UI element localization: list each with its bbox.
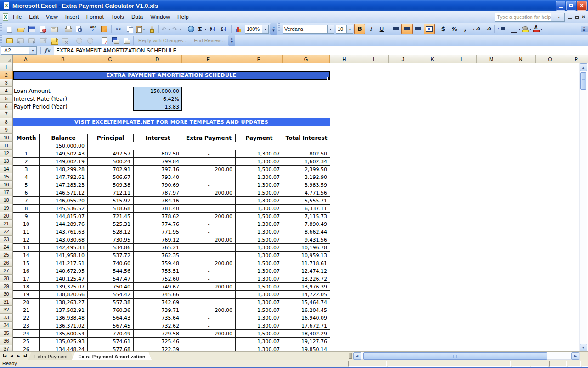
cell[interactable]: - (182, 291, 236, 299)
font-size-combo[interactable]: 10 ▼ (336, 25, 353, 34)
column-header-J[interactable]: J (389, 55, 418, 63)
column-header-H[interactable]: H (330, 55, 359, 63)
cell[interactable]: 797.16 (134, 166, 182, 173)
sheet-tab-extra-payment[interactable]: Extra Payment (28, 352, 74, 360)
cell[interactable]: 790.69 (134, 181, 182, 189)
cell[interactable]: 787.97 (134, 189, 182, 197)
cell[interactable]: 567.45 (88, 322, 134, 330)
cell[interactable]: 17 (13, 275, 40, 283)
toolbar-options-icon[interactable]: »▼ (228, 35, 235, 46)
cell[interactable]: 722.39 (134, 345, 182, 352)
autosum-button[interactable]: Σ▼ (197, 24, 208, 34)
cell[interactable]: 140,125.47 (40, 275, 88, 283)
table-header-cell[interactable]: Extra Payment (182, 134, 236, 142)
sheet-tab-extra-payment-amortization[interactable]: Extra Payment Amortization (72, 352, 152, 360)
cell[interactable]: 730.95 (88, 236, 134, 244)
scroll-down-icon[interactable]: ▼ (580, 344, 587, 351)
open-button[interactable] (15, 24, 26, 34)
dropdown-arrow-icon[interactable]: ▼ (142, 28, 146, 31)
cell[interactable]: 135,025.93 (40, 338, 88, 345)
cell[interactable]: 14 (13, 252, 40, 259)
workbook-restore-icon[interactable] (575, 16, 579, 19)
cell[interactable]: 752.60 (134, 275, 182, 283)
cell[interactable]: 8 (13, 205, 40, 213)
cell[interactable]: 7,890.49 (283, 220, 330, 228)
cell[interactable]: 150,000.00 (40, 142, 88, 150)
cell[interactable]: 19,127.76 (283, 338, 330, 345)
row-header-25[interactable]: 25 (0, 251, 13, 259)
cell[interactable]: 770.49 (88, 330, 134, 338)
row-header-18[interactable]: 18 (0, 196, 13, 204)
cell[interactable]: 2 (13, 158, 40, 166)
cell[interactable]: 135,600.54 (40, 330, 88, 338)
row-header-6[interactable]: 6 (0, 103, 13, 110)
cell[interactable]: 5,555.71 (283, 197, 330, 205)
cell[interactable]: 721.45 (88, 213, 134, 220)
print-preview-button[interactable] (74, 24, 85, 34)
cell[interactable]: 1,300.07 (236, 345, 283, 352)
row-header-13[interactable]: 13 (0, 157, 13, 165)
cell[interactable]: 1,300.07 (236, 228, 283, 236)
cell[interactable]: 1,300.07 (236, 267, 283, 275)
row-header-29[interactable]: 29 (0, 282, 13, 290)
horizontal-scrollbar[interactable]: ◀ ▶ (353, 352, 580, 360)
help-search-box[interactable]: Type a question for help ▼ (495, 13, 565, 22)
cell[interactable]: 793.40 (134, 173, 182, 181)
cell[interactable]: 802.50 (134, 150, 182, 158)
cell[interactable]: 518.68 (88, 205, 134, 213)
cell[interactable]: 497.57 (88, 150, 134, 158)
cell[interactable]: 4,771.56 (283, 189, 330, 197)
column-header-A[interactable]: A (13, 55, 39, 63)
cell[interactable]: 769.12 (134, 236, 182, 244)
column-header-C[interactable]: C (87, 55, 133, 63)
chevron-down-icon[interactable]: ▼ (327, 25, 334, 33)
cell[interactable]: - (182, 220, 236, 228)
cell[interactable]: 13,226.72 (283, 275, 330, 283)
cell[interactable]: 141,958.10 (40, 252, 88, 259)
merge-center-button[interactable] (424, 24, 435, 34)
cell[interactable]: 6 (13, 189, 40, 197)
cell[interactable]: 1,300.07 (236, 173, 283, 181)
insert-function-icon[interactable]: ƒx (45, 47, 50, 54)
row-header-28[interactable]: 28 (0, 275, 13, 282)
interest-rate-value-cell[interactable]: 6.42% (134, 95, 181, 103)
cell[interactable]: 14,722.05 (283, 291, 330, 299)
menu-format[interactable]: Format (83, 12, 107, 22)
row-header-17[interactable]: 17 (0, 189, 13, 196)
horizontal-scroll-track[interactable] (361, 352, 571, 360)
font-name-combo[interactable]: Verdana ▼ (283, 25, 334, 34)
align-center-button[interactable] (401, 24, 413, 34)
update-file-button[interactable] (99, 35, 110, 46)
cell[interactable]: - (182, 252, 236, 259)
name-box[interactable]: A2 (1, 46, 29, 55)
decrease-decimal-button[interactable]: →.0 (482, 24, 493, 34)
cell[interactable]: 9,431.56 (283, 236, 330, 244)
print-button[interactable] (62, 24, 74, 34)
row-header-21[interactable]: 21 (0, 220, 13, 228)
cell[interactable]: 1,500.07 (236, 259, 283, 267)
font-color-button[interactable]: ▼ (532, 24, 543, 34)
cell[interactable]: 1,300.07 (236, 244, 283, 252)
cell[interactable]: 1 (13, 150, 40, 158)
copy-button[interactable] (124, 24, 135, 34)
promo-banner-cell[interactable]: VISIT EXCELTEMPLATE.NET FOR MORE TEMPLAT… (13, 118, 330, 126)
scroll-up-icon[interactable]: ▲ (580, 63, 587, 71)
row-header-4[interactable]: 4 (0, 87, 13, 95)
cell[interactable]: - (182, 345, 236, 352)
align-right-button[interactable] (413, 24, 424, 34)
cell[interactable]: 8,662.44 (283, 228, 330, 236)
menu-data[interactable]: Data (128, 12, 147, 22)
column-header-B[interactable]: B (39, 55, 87, 63)
dropdown-arrow-icon[interactable]: ▼ (539, 28, 543, 31)
cell[interactable]: 148,299.28 (40, 166, 88, 173)
cell[interactable]: 534.86 (88, 244, 134, 252)
cell[interactable]: 799.84 (134, 158, 182, 166)
cell[interactable]: - (182, 181, 236, 189)
cell[interactable]: 547.47 (88, 275, 134, 283)
decrease-indent-button[interactable] (496, 24, 507, 34)
cell[interactable]: 26 (13, 345, 40, 352)
row-header-36[interactable]: 36 (0, 337, 13, 345)
dropdown-arrow-icon[interactable]: ▼ (517, 28, 521, 31)
cell[interactable]: 139,375.07 (40, 283, 88, 291)
cell[interactable]: 739.71 (134, 306, 182, 314)
